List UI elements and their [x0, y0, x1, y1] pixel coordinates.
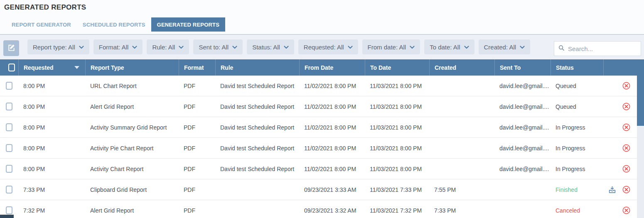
tab-generated-reports[interactable]: GENERATED REPORTS — [151, 17, 226, 32]
generated-reports-page: GENERATED REPORTS REPORT GENERATOR SCHED… — [0, 0, 644, 218]
column-header-status[interactable]: Status — [551, 59, 603, 76]
cancel-icon[interactable] — [622, 165, 630, 173]
scrollbar-thumb[interactable] — [637, 76, 644, 126]
chevron-down-icon — [284, 43, 289, 51]
table-row[interactable]: 8:00 PM Activity Summary Grid Report PDF… — [0, 117, 637, 138]
status-text: Canceled — [551, 200, 603, 218]
column-header-from-date[interactable]: From Date — [299, 59, 365, 76]
search-icon — [558, 45, 565, 53]
status-text: In Progress — [551, 138, 603, 158]
row-checkbox[interactable] — [6, 144, 12, 152]
select-all-checkbox[interactable] — [8, 64, 15, 71]
column-header-sent-to[interactable]: Sent To — [494, 59, 551, 76]
tab-bar: REPORT GENERATOR SCHEDULED REPORTS GENER… — [6, 17, 225, 32]
cancel-icon[interactable] — [622, 186, 630, 194]
cell-requested: 8:00 PM — [18, 159, 85, 179]
cell-format: PDF — [179, 200, 215, 218]
cell-sent-to: david.lee@gmail.... — [494, 117, 551, 137]
tab-report-generator[interactable]: REPORT GENERATOR — [6, 17, 77, 32]
cell-to-date: 11/03/2021 7:32 PM — [365, 200, 429, 218]
filter-format[interactable]: Format: All — [93, 39, 143, 54]
filter-rule[interactable]: Rule: All — [147, 39, 189, 54]
cell-to-date: 11/03/2021 8:00 PM — [365, 117, 429, 137]
cancel-icon[interactable] — [622, 206, 630, 214]
status-text: Queued — [551, 96, 603, 117]
cancel-icon[interactable] — [622, 103, 630, 110]
cell-rule — [215, 200, 299, 218]
column-header-actions — [603, 59, 644, 76]
status-text: In Progress — [551, 159, 603, 179]
search-box — [554, 41, 641, 56]
cancel-icon[interactable] — [622, 82, 630, 90]
download-icon[interactable] — [608, 185, 617, 194]
search-input[interactable] — [568, 45, 644, 52]
cell-requested: 8:00 PM — [18, 76, 85, 96]
chevron-down-icon — [464, 43, 469, 51]
cell-rule: David test Scheduled Report — [215, 76, 299, 96]
cell-requested: 8:00 PM — [18, 117, 85, 137]
chevron-down-icon — [410, 43, 415, 51]
chevron-down-icon — [520, 43, 525, 51]
filter-status[interactable]: Status: All — [247, 39, 294, 54]
cell-created — [429, 76, 494, 96]
tab-scheduled-reports[interactable]: SCHEDULED REPORTS — [77, 17, 151, 32]
cell-from-date: 11/02/2021 8:00 PM — [299, 138, 365, 158]
cell-from-date: 11/02/2021 8:00 PM — [299, 96, 365, 117]
row-checkbox[interactable] — [6, 186, 12, 194]
edit-columns-button[interactable] — [3, 40, 19, 56]
cell-report-type: Activity Summary Grid Report — [85, 117, 179, 137]
cell-report-type: Clipboard Grid Report — [85, 179, 179, 200]
cell-report-type: Activity Chart Report — [85, 159, 179, 179]
status-text: Finished — [551, 179, 603, 200]
cell-from-date: 11/02/2021 8:00 PM — [299, 117, 365, 137]
filter-requested[interactable]: Requested: All — [298, 39, 358, 54]
page-title: GENERATED REPORTS — [4, 3, 86, 12]
table-row[interactable]: 7:33 PM Clipboard Grid Report PDF 09/23/… — [0, 179, 637, 200]
filter-sent-to[interactable]: Sent to: All — [193, 39, 243, 54]
table-row[interactable]: 8:00 PM Activity Chart Report PDF David … — [0, 159, 637, 179]
cell-created: 7:33 PM — [429, 200, 494, 218]
column-header-rule[interactable]: Rule — [215, 59, 299, 76]
row-checkbox[interactable] — [6, 123, 12, 131]
cancel-icon[interactable] — [622, 144, 630, 152]
filter-created[interactable]: Created: All — [479, 39, 531, 54]
row-checkbox[interactable] — [6, 206, 12, 214]
table-row[interactable]: 8:00 PM URL Chart Report PDF David test … — [0, 76, 637, 96]
column-header-to-date[interactable]: To Date — [365, 59, 429, 76]
cell-to-date: 11/03/2021 8:00 PM — [365, 96, 429, 117]
cell-sent-to: david.lee@gmail.... — [494, 76, 551, 96]
select-all-cell — [0, 59, 18, 76]
cell-from-date: 09/23/2021 3:32 AM — [299, 200, 365, 218]
cell-rule: David test Scheduled Report — [215, 138, 299, 158]
table-row[interactable]: 8:00 PM Activity Pie Chart Report PDF Da… — [0, 138, 637, 159]
cell-format: PDF — [179, 138, 215, 158]
cell-created — [429, 96, 494, 117]
table-row[interactable]: 8:00 PM Alert Grid Report PDF David test… — [0, 96, 637, 117]
filter-from-date[interactable]: From date: All — [362, 39, 420, 54]
cell-format: PDF — [179, 117, 215, 137]
table-row[interactable]: 7:32 PM Alert Grid Report PDF 09/23/2021… — [0, 200, 637, 218]
column-header-report-type[interactable]: Report Type — [85, 59, 179, 76]
cell-sent-to: david.lee@gmail.... — [494, 159, 551, 179]
status-text: In Progress — [551, 117, 603, 137]
filter-toolbar: Report type: All Format: All Rule: All S… — [0, 35, 644, 59]
cell-report-type: Alert Grid Report — [85, 200, 179, 218]
chevron-down-icon — [348, 43, 353, 51]
vertical-scrollbar[interactable] — [637, 76, 644, 218]
chevron-down-icon — [132, 43, 137, 51]
cancel-icon[interactable] — [622, 123, 630, 131]
filter-report-type[interactable]: Report type: All — [27, 39, 89, 54]
cell-requested: 8:00 PM — [18, 138, 85, 158]
cell-format: PDF — [179, 96, 215, 117]
row-checkbox[interactable] — [6, 82, 12, 90]
column-header-format[interactable]: Format — [179, 59, 215, 76]
filter-to-date[interactable]: To date: All — [424, 39, 474, 54]
cell-to-date: 11/03/2021 8:00 PM — [365, 138, 429, 158]
row-checkbox[interactable] — [6, 103, 12, 110]
cell-report-type: URL Chart Report — [85, 76, 179, 96]
row-checkbox[interactable] — [6, 165, 12, 173]
column-header-created[interactable]: Created — [429, 59, 494, 76]
column-header-requested[interactable]: Requested — [18, 59, 85, 76]
cell-requested: 7:32 PM — [18, 200, 85, 218]
cell-requested: 7:33 PM — [18, 179, 85, 200]
